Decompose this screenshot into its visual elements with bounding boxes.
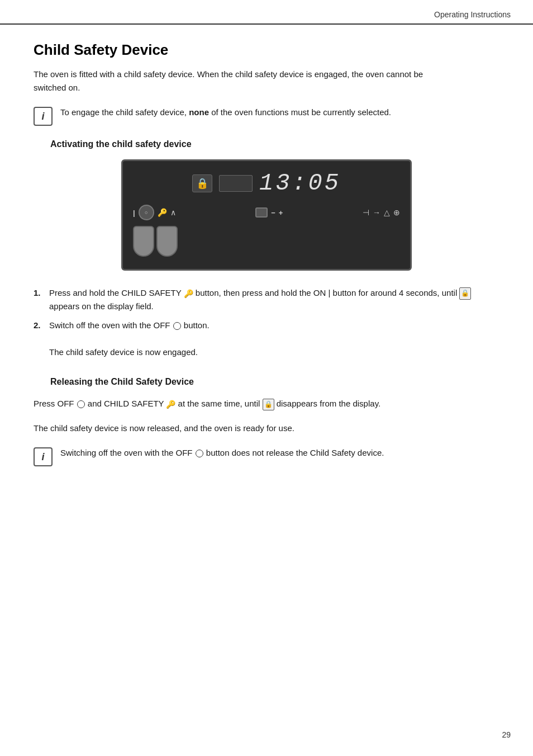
child-safety-key-icon-2: 🔑 (166, 398, 175, 410)
oven-symbol-3: △ (384, 208, 390, 217)
oven-lock-icon: 🔒 (192, 174, 212, 192)
page-title: Child Safety Device (34, 41, 499, 59)
step-2-sub: The child safety device is now engaged. (49, 346, 499, 359)
oven-symbol-2: → (373, 208, 380, 217)
oven-group-2: − + (255, 207, 283, 218)
oven-knob-hand-1 (133, 226, 154, 257)
step-1-text: Press and hold the CHILD SAFETY 🔑 button… (49, 286, 499, 313)
oven-symbol-1: ⊣ (363, 208, 369, 217)
oven-group-3: ⊣ → △ ⊕ (363, 208, 400, 217)
oven-top-row: 🔒 13:05 (133, 170, 400, 197)
steps-list: 1. Press and hold the CHILD SAFETY 🔑 but… (34, 286, 499, 332)
step-1: 1. Press and hold the CHILD SAFETY 🔑 but… (34, 286, 499, 313)
intro-text: The oven is fitted with a child safety d… (34, 68, 453, 94)
oven-btn-on: | (133, 209, 135, 217)
release-section: Releasing the Child Safety Device Press … (34, 377, 499, 466)
oven-display: 🔒 13:05 | ○ 🔑 ∧ − (121, 159, 412, 271)
info-box-2: i Switching off the oven with the OFF bu… (34, 446, 499, 466)
oven-display-wrapper: 🔒 13:05 | ○ 🔑 ∧ − (34, 159, 499, 271)
step-2-number: 2. (34, 319, 45, 332)
info-icon-2: i (34, 447, 53, 466)
oven-group-1: | ○ 🔑 ∧ (133, 205, 176, 220)
oven-btn-plus: + (279, 209, 283, 217)
activate-section: Activating the child safety device 🔒 13:… (34, 139, 499, 359)
child-safety-key-icon-1: 🔑 (184, 287, 193, 300)
oven-key-symbol: 🔑 (158, 208, 167, 217)
release-para2: The child safety device is now released,… (34, 422, 453, 435)
oven-btn-rect (255, 207, 268, 218)
step-1-number: 1. (34, 286, 45, 300)
off-circle-icon-1 (173, 322, 181, 330)
oven-time-display: 13:05 (259, 170, 341, 197)
oven-bottom-row: | ○ 🔑 ∧ − + ⊣ → △ (133, 205, 400, 220)
oven-caret-symbol: ∧ (170, 208, 176, 217)
info-icon-1: i (34, 107, 53, 126)
release-section-title: Releasing the Child Safety Device (50, 377, 499, 387)
activate-section-title: Activating the child safety device (50, 139, 499, 149)
info-text-before: To engage the child safety device, (60, 107, 189, 117)
page-number: 29 (502, 730, 511, 739)
header-title: Operating Instructions (434, 10, 511, 19)
info-text-1: To engage the child safety device, none … (60, 106, 391, 119)
oven-blank-rect (219, 175, 253, 192)
lock-icon-inline-2: 🔒 (263, 399, 274, 410)
off-circle-icon-3 (196, 450, 203, 457)
main-content: Child Safety Device The oven is fitted w… (0, 25, 533, 513)
oven-knobs-row (133, 226, 400, 257)
oven-btn-off: ○ (139, 205, 154, 220)
info-text-2: Switching off the oven with the OFF butt… (60, 446, 384, 460)
step-2: 2. Switch off the oven with the OFF butt… (34, 319, 499, 332)
info-text-after: of the oven functions must be currently … (209, 107, 391, 117)
lock-icon-inline-1: 🔒 (459, 287, 471, 299)
oven-knob-hand-2 (156, 226, 178, 257)
off-circle-icon-2 (77, 400, 85, 408)
release-para1: Press OFF and CHILD SAFETY 🔑 at the same… (34, 397, 453, 410)
oven-symbol-4: ⊕ (393, 208, 400, 217)
page-header: Operating Instructions (0, 0, 533, 25)
info-bold-word: none (189, 107, 209, 117)
step-2-text: Switch off the oven with the OFF button. (49, 319, 210, 332)
info-box-1: i To engage the child safety device, non… (34, 106, 499, 126)
oven-btn-minus: − (271, 209, 275, 217)
